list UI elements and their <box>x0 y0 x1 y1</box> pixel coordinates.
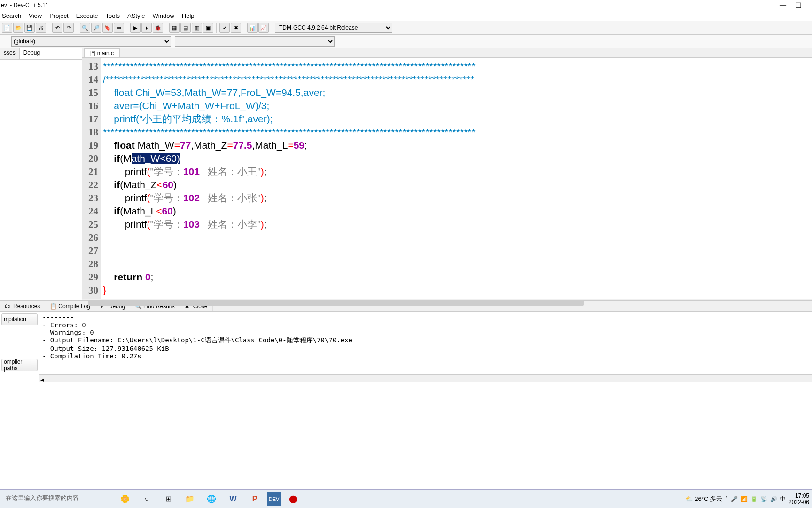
bookmark-button[interactable]: 🔖 <box>102 23 113 33</box>
tray-time[interactable]: 17:05 <box>789 492 809 499</box>
tray-volume-icon[interactable]: 🔊 <box>770 496 777 502</box>
title-bar: ev] - Dev-C++ 5.11 — ☐ <box>0 0 812 10</box>
tab-classes[interactable]: sses <box>0 48 20 59</box>
print-button[interactable]: 🖨 <box>36 23 46 33</box>
gui3-button[interactable]: ▥ <box>192 23 202 33</box>
menu-execute[interactable]: Execute <box>76 12 98 19</box>
compile-log-text[interactable]: -------- - Errors: 0 - Warnings: 0 - Out… <box>39 312 812 374</box>
word-icon[interactable]: W <box>224 491 242 507</box>
tray-wifi-icon[interactable]: 📡 <box>760 496 767 502</box>
compile-button[interactable]: ▶ <box>130 23 141 33</box>
log-scroll-h[interactable]: ◀ <box>39 374 812 382</box>
explorer-icon[interactable]: 📁 <box>180 491 199 507</box>
weather-icon: ⛅ <box>685 495 693 502</box>
menu-bar: Search View Project Execute Tools AStyle… <box>0 10 812 21</box>
profile2-button[interactable]: 📈 <box>258 23 269 33</box>
circle-icon[interactable]: ○ <box>137 491 156 507</box>
taskview-icon[interactable]: ⊞ <box>159 491 178 507</box>
run-button[interactable]: ⏵ <box>141 23 152 33</box>
weather-widget[interactable]: ⛅ 26°C 多云 <box>685 495 722 503</box>
globals-select[interactable]: (globals) <box>11 36 171 47</box>
functions-select[interactable] <box>175 36 335 47</box>
gui4-button[interactable]: ▣ <box>203 23 213 33</box>
cancel-button[interactable]: ✖ <box>231 23 241 33</box>
menu-view[interactable]: View <box>29 12 42 19</box>
new-button[interactable]: 📄 <box>2 23 12 33</box>
edge-icon[interactable]: 🌐 <box>202 491 221 507</box>
compile-log-panel: mpilation ompiler paths -------- - Error… <box>0 311 812 382</box>
gui1-button[interactable]: ▦ <box>169 23 180 33</box>
profile-button[interactable]: 📊 <box>247 23 258 33</box>
bt-resources[interactable]: 🗂Resources <box>0 301 45 311</box>
log-icon: 📋 <box>50 303 56 310</box>
scroll-thumb[interactable] <box>88 300 584 306</box>
tab-debug[interactable]: Debug <box>20 48 44 59</box>
code-content[interactable]: ****************************************… <box>101 58 812 299</box>
file-tab-main[interactable]: [*] main.c <box>84 48 120 57</box>
menu-project[interactable]: Project <box>49 12 68 19</box>
menu-search[interactable]: Search <box>2 12 21 19</box>
tray-chevron-icon[interactable]: ˄ <box>725 496 728 502</box>
sidebar-content <box>0 60 82 300</box>
menu-astyle[interactable]: AStyle <box>127 12 145 19</box>
code-editor[interactable]: 131415161718192021222324252627282930 ***… <box>82 58 812 299</box>
navigation-bar: (globals) <box>0 35 812 48</box>
debug-button[interactable]: 🐞 <box>153 23 163 33</box>
find-button[interactable]: 🔍 <box>80 23 90 33</box>
editor-area: [*] main.c 13141516171819202122232425262… <box>82 48 812 300</box>
open-button[interactable]: 📂 <box>13 23 23 33</box>
devcpp-icon[interactable]: DEV <box>267 492 281 506</box>
sidebar: sses Debug <box>0 48 82 300</box>
goto-button[interactable]: ➡ <box>114 23 124 33</box>
save-button[interactable]: 💾 <box>24 23 35 33</box>
record-icon[interactable]: ⬤ <box>284 491 303 507</box>
resources-icon: 🗂 <box>5 303 11 310</box>
replace-button[interactable]: 🔎 <box>91 23 102 33</box>
gui2-button[interactable]: ▤ <box>180 23 191 33</box>
tray-bluetooth-icon[interactable]: 📶 <box>741 496 748 502</box>
tray-ime[interactable]: 中 <box>780 495 786 503</box>
compiler-paths-button[interactable]: ompiler paths <box>1 359 38 371</box>
menu-tools[interactable]: Tools <box>106 12 120 19</box>
main-toolbar: 📄 📂 💾 🖨 ↶ ↷ 🔍 🔎 🔖 ➡ ▶ ⏵ 🐞 ▦ ▤ ▥ ▣ ✔ ✖ 📊 … <box>0 21 812 35</box>
compilation-button[interactable]: mpilation <box>1 313 38 325</box>
tray-date[interactable]: 2022-06 <box>789 499 809 506</box>
tray-mic-icon[interactable]: 🎤 <box>731 496 738 502</box>
menu-window[interactable]: Window <box>153 12 174 19</box>
maximize-button[interactable]: ☐ <box>796 1 802 9</box>
weather-text: 26°C 多云 <box>695 495 722 503</box>
compiler-select[interactable]: TDM-GCC 4.9.2 64-bit Release <box>275 23 392 33</box>
powerpoint-icon[interactable]: P <box>245 491 264 507</box>
tray-power-icon[interactable]: 🔋 <box>750 496 757 502</box>
cortana-icon[interactable]: 🌼 <box>116 491 134 507</box>
line-gutter: 131415161718192021222324252627282930 <box>82 58 101 299</box>
check-button[interactable]: ✔ <box>219 23 230 33</box>
redo-button[interactable]: ↷ <box>63 23 74 33</box>
taskbar-search[interactable]: 在这里输入你要搜索的内容 <box>3 492 111 506</box>
window-title: ev] - Dev-C++ 5.11 <box>1 2 48 8</box>
menu-help[interactable]: Help <box>182 12 195 19</box>
search-placeholder: 在这里输入你要搜索的内容 <box>3 492 111 504</box>
minimize-button[interactable]: — <box>780 1 786 9</box>
undo-button[interactable]: ↶ <box>52 23 62 33</box>
taskbar: 在这里输入你要搜索的内容 🌼 ○ ⊞ 📁 🌐 W P DEV ⬤ ⛅ 26°C … <box>0 489 812 508</box>
editor-scroll-h[interactable] <box>82 299 812 300</box>
